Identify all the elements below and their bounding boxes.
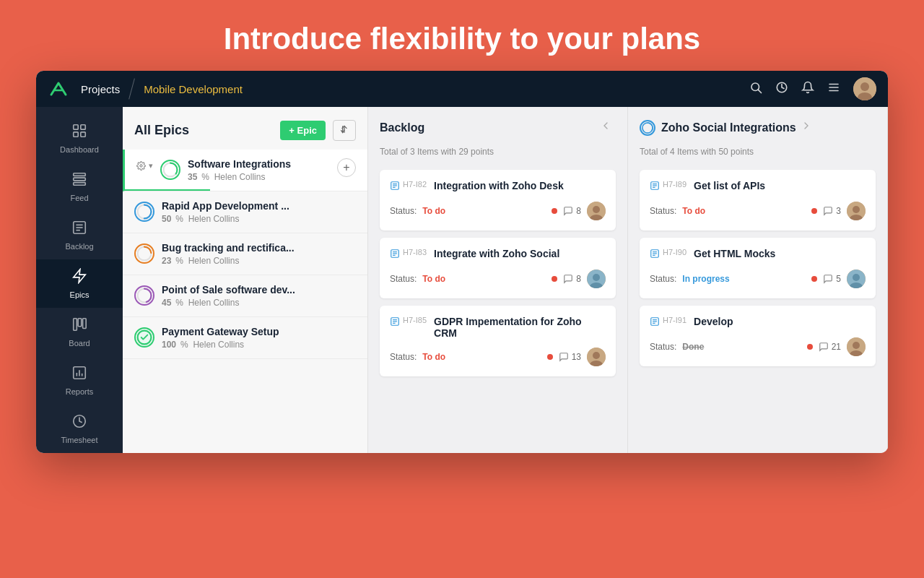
feed-icon <box>71 171 87 191</box>
backlog-card-2[interactable]: H7-I83 Integrate with Zoho Social Status… <box>380 238 616 298</box>
backlog-label: Backlog <box>65 242 93 251</box>
hero-title: Introduce flexibility to your plans <box>0 0 924 71</box>
epics-label: Epics <box>70 290 90 299</box>
card-id: H7-I89 <box>663 180 687 189</box>
settings-icon[interactable] <box>827 81 840 98</box>
epic-meta: 23% Helen Collins <box>162 256 356 266</box>
status-dot <box>552 208 557 214</box>
epic-meta: 50% Helen Collins <box>162 214 356 224</box>
epics-title: All Epics <box>134 123 273 138</box>
svg-rect-23 <box>83 319 87 329</box>
search-icon[interactable] <box>749 81 762 98</box>
sidebar-item-epics[interactable]: Epics <box>36 259 123 308</box>
svg-rect-15 <box>74 183 86 186</box>
svg-point-83 <box>853 342 860 349</box>
svg-line-1 <box>758 90 761 92</box>
backlog-card-3[interactable]: H7-I85 GDPR Impementation for Zoho CRM S… <box>380 306 616 376</box>
card-footer: Status: In progress 5 <box>650 269 866 288</box>
epic-progress-ring <box>160 160 180 180</box>
epics-list: ▾ Software Integrations 35% Helen Collin… <box>123 150 367 453</box>
svg-point-69 <box>853 206 860 213</box>
card-title: GDPR Impementation for Zoho CRM <box>434 316 606 339</box>
status-badge: To do <box>422 274 445 284</box>
status-dot <box>552 276 557 282</box>
top-nav: Projects Mobile Development <box>36 71 888 107</box>
add-epic-button[interactable]: + Epic <box>280 121 326 140</box>
epics-header: All Epics + Epic <box>123 107 367 150</box>
avatar <box>847 337 866 356</box>
reports-label: Reports <box>66 387 94 396</box>
status-dot <box>811 208 817 214</box>
svg-point-60 <box>593 352 600 359</box>
gear-chevron: ▾ <box>149 161 153 171</box>
epic-info: Bug tracking and rectifica... 23% Helen … <box>162 242 356 266</box>
sidebar-item-reports[interactable]: Reports <box>36 356 123 405</box>
nav-projects-label[interactable]: Projects <box>81 83 120 95</box>
card-type-icon <box>390 316 400 329</box>
feed-label: Feed <box>70 194 88 202</box>
card-footer: Status: To do 3 <box>650 202 866 220</box>
svg-point-53 <box>593 274 600 281</box>
epic-info: Rapid App Development ... 50% Helen Coll… <box>162 200 356 224</box>
history-icon[interactable] <box>775 81 788 98</box>
status-label: Status: <box>650 342 676 352</box>
epic-name: Payment Gateway Setup <box>162 326 356 337</box>
epic-info: Point of Sale software dev... 45% Helen … <box>162 284 356 308</box>
card-title: Integration with Zoho Desk <box>434 180 606 191</box>
svg-point-76 <box>853 274 860 281</box>
epic-item[interactable]: Point of Sale software dev... 45% Helen … <box>123 275 367 317</box>
backlog-column-header: Backlog <box>380 118 616 137</box>
svg-rect-11 <box>74 132 78 137</box>
epic-add-button[interactable]: + <box>337 158 356 177</box>
epic-item[interactable]: Bug tracking and rectifica... 23% Helen … <box>123 233 367 275</box>
sidebar-item-feed[interactable]: Feed <box>36 163 123 211</box>
svg-rect-9 <box>74 125 78 129</box>
collapse-backlog-button[interactable] <box>596 118 616 137</box>
epic-meta: 45% Helen Collins <box>162 298 356 308</box>
status-label: Status: <box>650 274 676 284</box>
avatar[interactable] <box>853 77 876 100</box>
zoho-subtitle: Total of 4 Items with 50 points <box>640 147 876 157</box>
card-id: H7-I91 <box>663 316 687 324</box>
reports-icon <box>71 365 87 384</box>
status-dot <box>807 344 813 350</box>
epic-info: Software Integrations 35% Helen Collins <box>188 158 330 182</box>
backlog-card-1[interactable]: H7-I82 Integration with Zoho Desk Status… <box>380 170 616 230</box>
nav-project-name[interactable]: Mobile Development <box>144 83 243 95</box>
epic-item[interactable]: Rapid App Development ... 50% Helen Coll… <box>123 191 367 233</box>
sidebar-item-board[interactable]: Board <box>36 308 123 356</box>
epic-progress-ring <box>134 202 154 222</box>
status-dot <box>547 354 553 360</box>
epic-info: Payment Gateway Setup 100% Helen Collins <box>162 326 356 350</box>
board-label: Board <box>69 339 90 348</box>
status-label: Status: <box>650 206 676 216</box>
timesheet-icon <box>71 413 87 433</box>
card-footer: Status: To do 8 <box>390 269 606 288</box>
dashboard-icon <box>71 123 87 142</box>
card-title: Get HTML Mocks <box>694 248 866 259</box>
epic-progress-ring <box>134 327 154 348</box>
epic-name: Point of Sale software dev... <box>162 284 356 296</box>
sidebar-item-timesheet[interactable]: Timesheet <box>36 405 123 453</box>
sidebar-item-dashboard[interactable]: Dashboard <box>36 114 123 163</box>
sort-button[interactable] <box>333 120 356 141</box>
epic-item[interactable]: Payment Gateway Setup 100% Helen Collins <box>123 317 367 359</box>
zoho-card-3[interactable]: H7-I91 Develop Status: Done 21 <box>640 306 876 366</box>
status-dot <box>811 276 817 282</box>
zoho-epic-icon <box>640 120 655 136</box>
collapse-zoho-button[interactable] <box>796 118 816 137</box>
zoho-card-1[interactable]: H7-I89 Get list of APIs Status: To do 3 <box>640 170 876 230</box>
epic-item[interactable]: ▾ Software Integrations 35% Helen Collin… <box>123 150 367 191</box>
sidebar-item-backlog[interactable]: Backlog <box>36 211 123 259</box>
epic-gear[interactable]: ▾ <box>136 161 153 171</box>
card-count: 21 <box>819 342 841 352</box>
svg-rect-10 <box>81 125 85 129</box>
app-window: Projects Mobile Development <box>36 71 888 453</box>
status-badge: To do <box>422 206 445 216</box>
svg-rect-22 <box>78 319 82 327</box>
bell-icon[interactable] <box>801 81 814 98</box>
dashboard-label: Dashboard <box>60 145 99 154</box>
avatar <box>587 269 606 288</box>
status-label: Status: <box>390 352 417 362</box>
zoho-card-2[interactable]: H7-I90 Get HTML Mocks Status: In progres… <box>640 238 876 298</box>
